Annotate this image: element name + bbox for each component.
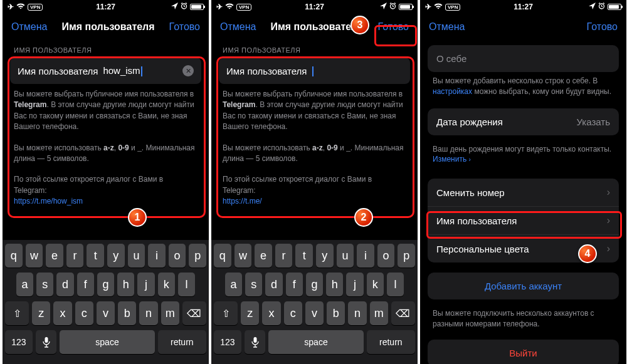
key-u[interactable]: u bbox=[128, 244, 145, 268]
key-m[interactable]: m bbox=[161, 301, 179, 325]
dob-group: Дата рождения Указать bbox=[428, 108, 619, 135]
add-account-button[interactable]: Добавить аккаунт bbox=[428, 273, 619, 299]
key-c[interactable]: c bbox=[75, 301, 93, 325]
done-button[interactable]: Готово bbox=[587, 21, 618, 33]
field-value[interactable] bbox=[312, 65, 403, 76]
about-field[interactable]: О себе bbox=[428, 45, 619, 72]
key-r[interactable]: r bbox=[275, 244, 293, 268]
key-w[interactable]: w bbox=[26, 244, 43, 268]
key-e[interactable]: e bbox=[255, 244, 272, 268]
done-button[interactable]: Готово bbox=[378, 21, 409, 33]
key-n[interactable]: n bbox=[139, 301, 157, 325]
key-v[interactable]: v bbox=[305, 301, 324, 325]
key-k[interactable]: k bbox=[367, 273, 384, 296]
key-w[interactable]: w bbox=[234, 244, 252, 268]
battery-icon bbox=[399, 4, 413, 10]
alarm-icon bbox=[598, 3, 605, 11]
key-z[interactable]: z bbox=[241, 301, 259, 325]
dob-change-link[interactable]: Изменить bbox=[433, 155, 466, 164]
help-text-2: Вы можете использовать a-z, 0-9 и _. Мин… bbox=[3, 138, 209, 170]
return-key[interactable]: return bbox=[367, 330, 415, 354]
key-e[interactable]: e bbox=[46, 244, 63, 268]
numbers-key[interactable]: 123 bbox=[214, 330, 241, 354]
help-text-1: Вы можете выбрать публичное имя пользова… bbox=[3, 84, 209, 138]
shift-key[interactable]: ⇧ bbox=[214, 301, 238, 325]
key-y[interactable]: y bbox=[107, 244, 125, 268]
screen-2: ✈ VPN 11:27 Отмена Имя пользователя Гото… bbox=[209, 0, 418, 364]
settings-link[interactable]: настройках bbox=[433, 87, 472, 96]
key-l[interactable]: l bbox=[178, 273, 195, 296]
key-h[interactable]: h bbox=[117, 273, 134, 296]
key-y[interactable]: y bbox=[316, 244, 334, 268]
key-p[interactable]: p bbox=[398, 244, 415, 268]
key-o[interactable]: o bbox=[377, 244, 395, 268]
key-c[interactable]: c bbox=[284, 301, 302, 325]
mic-key[interactable] bbox=[36, 330, 57, 354]
key-d[interactable]: d bbox=[56, 273, 73, 296]
profile-link[interactable]: https://t.me/ bbox=[223, 197, 262, 205]
return-key[interactable]: return bbox=[158, 330, 206, 354]
key-a[interactable]: a bbox=[16, 273, 33, 296]
key-f[interactable]: f bbox=[286, 273, 303, 296]
keyboard[interactable]: q w e r t y u i o p a s d f g h j k l ⇧ … bbox=[3, 240, 209, 364]
clock-label: 11:27 bbox=[305, 3, 324, 11]
key-t[interactable]: t bbox=[87, 244, 104, 268]
key-i[interactable]: i bbox=[357, 244, 374, 268]
space-key[interactable]: space bbox=[60, 330, 154, 354]
mic-key[interactable] bbox=[245, 330, 266, 354]
key-d[interactable]: d bbox=[265, 273, 282, 296]
keyboard[interactable]: qwertyuiop asdfghjkl ⇧ zxcvbnm ⌫ 123 spa… bbox=[211, 240, 418, 364]
key-l[interactable]: l bbox=[387, 273, 404, 296]
backspace-key[interactable]: ⌫ bbox=[391, 301, 415, 325]
key-p[interactable]: p bbox=[189, 244, 206, 268]
shift-key[interactable]: ⇧ bbox=[5, 301, 29, 325]
key-h[interactable]: h bbox=[326, 273, 343, 296]
key-m[interactable]: m bbox=[370, 301, 388, 325]
numbers-key[interactable]: 123 bbox=[5, 330, 33, 354]
key-q[interactable]: q bbox=[214, 244, 231, 268]
nav-bar: Отмена Имя пользователя Готово bbox=[3, 14, 209, 40]
backspace-key[interactable]: ⌫ bbox=[182, 301, 206, 325]
dob-item[interactable]: Дата рождения Указать bbox=[428, 108, 619, 135]
key-u[interactable]: u bbox=[337, 244, 354, 268]
key-f[interactable]: f bbox=[77, 273, 94, 296]
key-s[interactable]: s bbox=[245, 273, 262, 296]
done-button[interactable]: Готово bbox=[169, 21, 200, 33]
key-t[interactable]: t bbox=[295, 244, 313, 268]
change-number-item[interactable]: Сменить номер › bbox=[428, 179, 619, 206]
kb-row4: 123 space return bbox=[5, 330, 206, 354]
logout-button[interactable]: Выйти bbox=[428, 340, 619, 364]
cancel-button[interactable]: Отмена bbox=[220, 21, 256, 33]
key-x[interactable]: x bbox=[262, 301, 280, 325]
svg-rect-1 bbox=[45, 337, 48, 343]
key-r[interactable]: r bbox=[66, 244, 84, 268]
profile-link[interactable]: https://t.me/how_ism bbox=[14, 197, 83, 205]
key-x[interactable]: x bbox=[53, 301, 71, 325]
key-z[interactable]: z bbox=[32, 301, 50, 325]
key-j[interactable]: j bbox=[137, 273, 154, 296]
space-key[interactable]: space bbox=[268, 330, 363, 354]
key-b[interactable]: b bbox=[118, 301, 136, 325]
key-a[interactable]: a bbox=[225, 273, 242, 296]
step-badge-2: 2 bbox=[354, 208, 373, 227]
key-v[interactable]: v bbox=[97, 301, 115, 325]
key-j[interactable]: j bbox=[346, 273, 363, 296]
key-g[interactable]: g bbox=[306, 273, 323, 296]
key-g[interactable]: g bbox=[97, 273, 114, 296]
key-n[interactable]: n bbox=[348, 301, 366, 325]
clear-icon[interactable]: ✕ bbox=[182, 65, 194, 76]
key-s[interactable]: s bbox=[36, 273, 53, 296]
username-field[interactable]: Имя пользователя how_ism ✕ bbox=[10, 58, 201, 84]
key-k[interactable]: k bbox=[158, 273, 175, 296]
cancel-button[interactable]: Отмена bbox=[11, 21, 47, 33]
key-i[interactable]: i bbox=[148, 244, 166, 268]
username-item[interactable]: Имя пользователя › bbox=[428, 206, 619, 234]
status-bar: ✈ VPN 11:27 bbox=[420, 0, 626, 14]
field-value[interactable]: how_ism bbox=[103, 65, 182, 76]
key-o[interactable]: o bbox=[169, 244, 186, 268]
key-b[interactable]: b bbox=[327, 301, 345, 325]
cancel-button[interactable]: Отмена bbox=[429, 21, 465, 33]
add-account-note: Вы можете подключить несколько аккаунтов… bbox=[420, 304, 626, 330]
username-field[interactable]: Имя пользователя bbox=[219, 58, 410, 84]
key-q[interactable]: q bbox=[5, 244, 23, 268]
